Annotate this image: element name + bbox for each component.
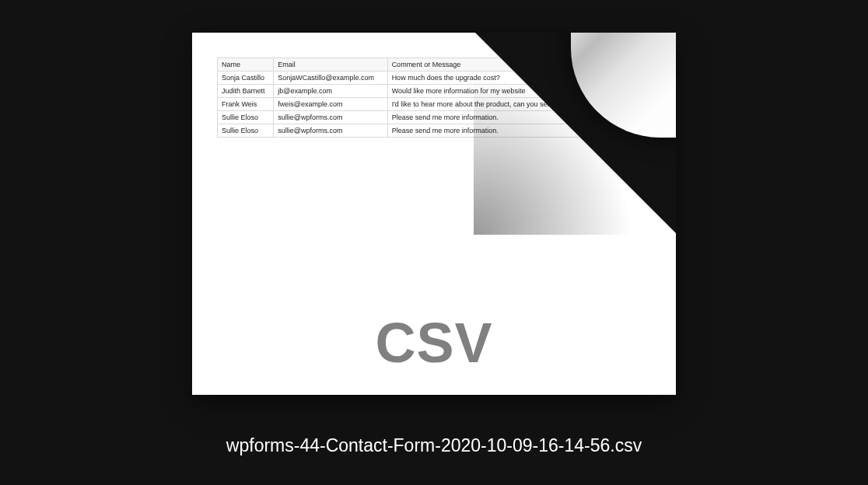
cell-name: Sullie Eloso xyxy=(218,124,274,138)
cell-name: Judith Barnett xyxy=(218,85,274,98)
csv-file-preview: Name Email Comment or Message Entry Sonj… xyxy=(192,33,676,395)
col-email: Email xyxy=(274,58,387,72)
cell-name: Frank Weis xyxy=(218,98,274,111)
cell-email: sullie@wpforms.com xyxy=(274,111,387,124)
filename-label: wpforms-44-Contact-Form-2020-10-09-16-14… xyxy=(226,435,642,456)
cell-email: jb@example.com xyxy=(274,85,387,98)
file-type-label: CSV xyxy=(192,311,676,375)
cell-name: Sonja Castillo xyxy=(218,72,274,85)
cell-email: sullie@wpforms.com xyxy=(274,124,387,138)
col-name: Name xyxy=(218,58,274,72)
cell-name: Sullie Eloso xyxy=(218,111,274,124)
cell-email: SonjaWCastillo@example.com xyxy=(274,72,387,85)
cell-email: fweis@example.com xyxy=(274,98,387,111)
